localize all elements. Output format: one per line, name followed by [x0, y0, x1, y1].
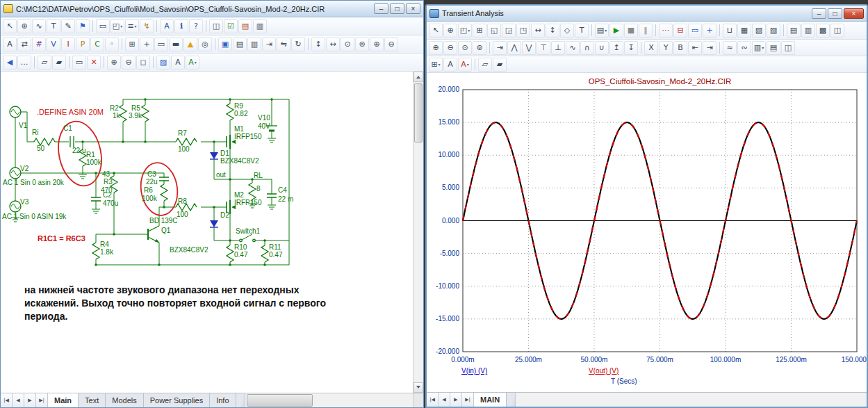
find-next-icon[interactable]: ⊚ — [355, 38, 369, 51]
r4-value[interactable]: 1.8k — [100, 248, 114, 256]
r1-label[interactable]: R1 — [86, 151, 95, 158]
run-icon[interactable]: ▶ — [609, 24, 623, 38]
global-high-icon[interactable]: ↥ — [609, 41, 623, 55]
r7-value[interactable]: 100 — [178, 145, 190, 153]
powers-icon[interactable]: P — [76, 38, 90, 51]
low-icon[interactable]: ⊥ — [551, 41, 565, 55]
go-to-branch-icon[interactable]: B — [673, 41, 687, 55]
c1-value[interactable]: 22 u — [72, 147, 85, 154]
maximize-plot-icon[interactable]: ◫ — [830, 24, 844, 38]
horizontal-scrollbar[interactable] — [245, 393, 413, 407]
flip-vertical-icon[interactable]: ↕ — [311, 38, 325, 51]
rotate-icon[interactable]: ↻ — [291, 38, 305, 51]
picture-icon[interactable]: ▭ — [96, 19, 110, 33]
annotation-line-2[interactable]: искажений. Выход точно повторяет входной… — [24, 297, 326, 309]
ruler-icon[interactable]: ▭ — [688, 24, 702, 38]
legend-vin[interactable]: V(in) (V) — [461, 367, 487, 375]
zoom-in-icon[interactable]: ⊕ — [429, 41, 443, 55]
back-view-icon[interactable]: ◀ — [3, 56, 17, 70]
go-to-x-icon[interactable]: X — [644, 41, 658, 55]
d2-label[interactable]: D2 — [220, 211, 229, 219]
next-data-point-icon[interactable]: ⇥ — [493, 41, 507, 55]
legend-vout[interactable]: V(out) (V) — [589, 367, 619, 375]
node-numbers-icon[interactable]: # — [32, 38, 46, 51]
next-sheet-button[interactable]: ▶ — [24, 393, 36, 407]
ri-value[interactable]: 50 — [37, 145, 45, 152]
c3-label[interactable]: C3 — [147, 170, 156, 178]
component-mode-icon[interactable]: ⊕ — [17, 19, 31, 33]
next-page-button[interactable]: ▶ — [450, 393, 462, 407]
text-color-icon[interactable]: A▾ — [458, 58, 472, 72]
scroll-down-button[interactable] — [413, 382, 423, 393]
pages-icon[interactable]: ▤ — [767, 41, 780, 55]
component-mode-icon[interactable]: ⊕ — [443, 24, 457, 38]
r5-value[interactable]: 3.9k — [129, 112, 142, 120]
center-view-icon[interactable]: ◎ — [198, 38, 212, 51]
v2-label[interactable]: V2 — [20, 165, 29, 172]
v2-source-text[interactable]: AC 1 Sin 0 asin 20k — [3, 179, 65, 186]
copy-to-front-icon[interactable]: ▱ — [38, 56, 51, 70]
scrollbar-thumb[interactable] — [414, 83, 423, 142]
new-page-icon[interactable]: ▤ — [233, 38, 247, 51]
round-bottom-icon[interactable]: ∪ — [595, 41, 609, 55]
info-icon[interactable]: ℹ — [174, 19, 188, 33]
grid-options-icon[interactable]: ⊞▾ — [429, 58, 443, 72]
zoom-area-icon[interactable]: ◻ — [136, 56, 150, 70]
minimize-button[interactable]: – — [374, 3, 388, 14]
select-mode-icon[interactable]: ↖ — [429, 24, 443, 38]
r11-label[interactable]: R11 — [269, 243, 281, 251]
font-icon[interactable]: A — [171, 56, 185, 70]
prev-sheet-button[interactable]: ◀ — [13, 393, 24, 407]
zoom-mode-icon[interactable]: ⊞ — [473, 24, 486, 38]
q1-label[interactable]: Q1 — [161, 227, 171, 234]
global-low-icon[interactable]: ↧ — [624, 41, 638, 55]
first-page-button[interactable]: |◀ — [427, 393, 439, 407]
tile-vertical-icon[interactable]: ▥ — [801, 24, 815, 38]
d1-value[interactable]: BZX84C8V2 — [220, 157, 259, 165]
r2-value[interactable]: 1k — [113, 112, 121, 120]
r10-value[interactable]: 0.47 — [234, 251, 248, 259]
properties-icon[interactable]: ▤▾ — [595, 24, 609, 38]
tile-horizontal-icon[interactable]: ▤ — [787, 24, 801, 38]
m1-value[interactable]: IRFP150 — [234, 133, 262, 140]
stop-icon[interactable]: ■ — [624, 24, 638, 38]
r1-value[interactable]: 100k — [86, 158, 102, 166]
r5-label[interactable]: R5 — [131, 104, 140, 112]
go-to-y-icon[interactable]: Y — [659, 41, 673, 55]
autoscale-icon[interactable]: ⊙ — [458, 41, 472, 55]
annotation-line-1[interactable]: на нижней частоте звукового диапазона не… — [24, 284, 300, 295]
equation-note-text[interactable]: R1C1 = R6C3 — [38, 234, 85, 243]
q1-model-text[interactable]: BD 139C — [149, 217, 178, 225]
v3-label[interactable]: V3 — [20, 198, 29, 206]
pin-connections-icon[interactable]: ◦ — [105, 38, 119, 51]
c4-label[interactable]: C4 — [278, 186, 287, 194]
v3-source-text[interactable]: AC 1 Sin 0 ASIN 19k — [2, 213, 67, 220]
tab-main[interactable]: Main — [48, 393, 79, 407]
rl-label[interactable]: RL — [254, 172, 263, 179]
tag-left-icon[interactable]: ⇤ — [688, 41, 702, 55]
zoom-out-icon[interactable]: ⊖ — [443, 41, 457, 55]
design-checklist-icon[interactable]: ☑ — [224, 19, 238, 33]
copy-to-back-icon[interactable]: ▰ — [52, 56, 66, 70]
envelope-icon[interactable]: ∾ — [737, 41, 751, 55]
cross-hair-icon[interactable]: + — [140, 38, 154, 51]
point-tag-icon[interactable]: ◳ — [516, 24, 530, 38]
numeric-output-icon[interactable]: ▦ — [737, 24, 751, 38]
plot-content[interactable]: OPS_Ciuffoli-Savosin_Mod-2_20Hz.CIR20.00… — [427, 73, 867, 392]
define-directive-text[interactable]: .DEFINE ASIN 20M — [37, 108, 104, 116]
vertical-scrollbar[interactable] — [413, 72, 423, 393]
annotation-icon[interactable]: A▾ — [186, 56, 199, 70]
high-icon[interactable]: ⊤ — [537, 41, 550, 55]
more-views-icon[interactable]: … — [17, 56, 31, 70]
analysis-plot[interactable]: OPS_Ciuffoli-Savosin_Mod-2_20Hz.CIR20.00… — [427, 73, 867, 392]
tab-info[interactable]: Info — [210, 393, 236, 407]
zoom-out-icon[interactable]: ⊖ — [122, 56, 136, 70]
ri-label[interactable]: Ri — [32, 129, 38, 136]
schematic-drawing[interactable]: .DEFINE ASIN 20M V1 Ri 50 C1 22 u R1 100… — [1, 72, 413, 393]
text-mode-icon[interactable]: T — [575, 24, 589, 38]
d2-value[interactable]: BZX84C8V2 — [170, 246, 208, 254]
currents-icon[interactable]: I — [61, 38, 75, 51]
r3-value[interactable]: 470 — [101, 186, 113, 194]
graph-paper-icon[interactable]: ◰▾ — [458, 24, 472, 38]
r9-value[interactable]: 0.82 — [234, 110, 248, 117]
